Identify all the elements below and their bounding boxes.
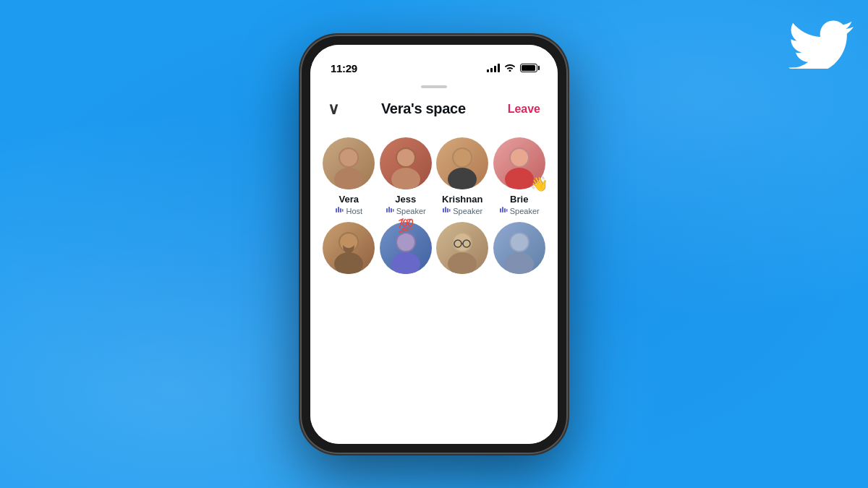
avatar-wrapper: 👋: [493, 137, 545, 189]
avatar-wrapper: [380, 137, 432, 189]
participant-item[interactable]: Jess Speaker: [379, 137, 433, 216]
phone-frame: 11:29: [300, 35, 568, 454]
svg-point-15: [448, 168, 477, 189]
participant-item[interactable]: 👋 Brie Speaker: [493, 137, 547, 216]
participant-role: Speaker: [386, 206, 426, 216]
svg-point-23: [511, 149, 528, 166]
participant-name: Vera: [339, 194, 359, 205]
participant-name: Jess: [395, 194, 416, 205]
avatar-wrapper: [323, 137, 375, 189]
collapse-button[interactable]: ∨: [328, 100, 339, 119]
svg-rect-11: [388, 207, 390, 213]
avatar: [380, 137, 432, 189]
svg-point-1: [334, 168, 363, 189]
svg-point-2: [340, 149, 357, 166]
phone-screen: 11:29: [310, 45, 558, 444]
mic-icon: [499, 206, 508, 216]
participant-role: Speaker: [499, 206, 540, 216]
svg-rect-18: [445, 207, 446, 213]
avatar-wrapper: [436, 137, 488, 189]
participant-item[interactable]: [322, 222, 376, 274]
svg-rect-26: [504, 208, 506, 213]
avatar-wrapper: [323, 222, 375, 274]
svg-point-29: [334, 252, 363, 274]
role-text: Host: [346, 207, 362, 215]
status-icons: [487, 62, 537, 74]
avatar: [436, 137, 488, 189]
mic-icon: [335, 206, 344, 216]
avatar-wrapper: 💯: [380, 222, 432, 274]
wave-emoji: 👋: [530, 176, 548, 191]
avatar: [323, 137, 375, 189]
svg-point-22: [505, 168, 534, 189]
avatar: [493, 222, 545, 274]
participant-item[interactable]: 💯: [379, 222, 433, 274]
participant-item[interactable]: [435, 222, 490, 274]
pill-indicator: [421, 85, 447, 88]
space-title: Vera's space: [381, 100, 466, 117]
avatar: [323, 222, 375, 274]
svg-point-35: [448, 252, 477, 274]
svg-rect-20: [449, 209, 451, 212]
participant-item[interactable]: Vera Host: [322, 137, 376, 216]
svg-rect-19: [447, 208, 448, 213]
svg-rect-6: [342, 209, 344, 212]
leave-button[interactable]: Leave: [508, 103, 540, 116]
mic-icon: [442, 206, 451, 216]
svg-point-16: [454, 149, 471, 166]
phone-wrapper: 11:29: [300, 35, 568, 454]
participant-name: Krishnan: [442, 194, 482, 205]
role-text: Speaker: [453, 207, 482, 215]
svg-rect-27: [506, 209, 508, 212]
svg-point-41: [505, 252, 534, 274]
battery-icon: [520, 64, 537, 72]
participant-item[interactable]: [493, 222, 547, 274]
hundred-emoji: 💯: [398, 219, 414, 232]
svg-rect-10: [386, 208, 388, 213]
role-text: Speaker: [396, 207, 426, 215]
participant-role: Speaker: [442, 206, 482, 216]
wifi-icon: [504, 62, 516, 74]
role-text: Speaker: [510, 207, 540, 215]
participants-area: Vera Host: [310, 130, 558, 444]
signal-icon: [487, 64, 500, 72]
status-time: 11:29: [331, 62, 357, 74]
pill-bar: [310, 81, 558, 91]
svg-point-8: [391, 168, 420, 189]
avatar: [436, 222, 488, 274]
svg-rect-24: [500, 208, 501, 213]
svg-point-42: [511, 234, 528, 251]
svg-rect-4: [338, 207, 339, 213]
app-header: ∨ Vera's space Leave: [310, 91, 558, 130]
avatar-wrapper: [493, 222, 545, 274]
avatar-wrapper: [436, 222, 488, 274]
svg-rect-12: [391, 208, 392, 213]
svg-rect-3: [336, 208, 337, 213]
twitter-bird-icon: [788, 14, 854, 78]
participant-role: Host: [335, 206, 362, 216]
svg-rect-25: [502, 207, 503, 213]
participant-name: Brie: [510, 194, 528, 205]
svg-rect-17: [443, 208, 444, 213]
svg-point-33: [397, 234, 414, 251]
svg-point-36: [454, 234, 471, 251]
status-bar: 11:29: [310, 45, 558, 81]
svg-rect-5: [340, 208, 341, 213]
svg-rect-13: [393, 209, 394, 212]
svg-point-32: [391, 252, 420, 274]
mic-icon: [386, 206, 394, 216]
svg-point-9: [397, 149, 414, 166]
participants-grid: Vera Host: [322, 137, 546, 274]
participant-item[interactable]: Krishnan Speaker: [435, 137, 490, 216]
